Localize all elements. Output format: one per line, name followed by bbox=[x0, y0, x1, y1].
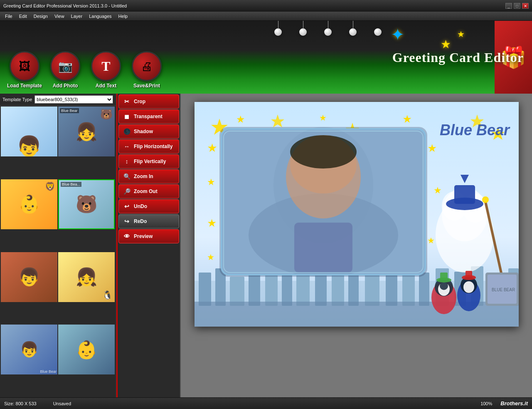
thumbnail-1[interactable]: 👦 bbox=[1, 107, 57, 156]
svg-point-62 bbox=[440, 282, 448, 290]
add-photo-icon: 📷 bbox=[50, 51, 80, 81]
ball-string-2 bbox=[303, 21, 303, 29]
svg-point-67 bbox=[463, 281, 474, 293]
redo-button[interactable]: ↪ ReDo bbox=[118, 214, 179, 228]
canvas-area: Blue Bear ★ bbox=[181, 94, 532, 397]
save-print-label: Save&Print bbox=[133, 83, 160, 89]
zoom-indicator: 100% bbox=[480, 401, 492, 406]
menu-design[interactable]: Design bbox=[30, 13, 51, 20]
zoom-in-label: Zoom In bbox=[134, 174, 153, 179]
thumbnails-area[interactable]: 👦 👧 🐻 Blue Bear 👶 bbox=[0, 106, 116, 397]
svg-rect-69 bbox=[466, 271, 472, 278]
svg-text:★: ★ bbox=[207, 217, 217, 229]
greeting-card-canvas: Blue Bear ★ bbox=[195, 102, 519, 327]
load-template-label: Load Template bbox=[7, 83, 42, 89]
star-yellow-2: ★ bbox=[457, 29, 465, 39]
svg-rect-9 bbox=[315, 272, 327, 306]
add-text-button[interactable]: T Add Text bbox=[86, 50, 126, 90]
svg-text:BLUE BEAR: BLUE BEAR bbox=[492, 288, 515, 292]
preview-icon: 👁 bbox=[122, 232, 131, 241]
svg-text:★: ★ bbox=[236, 114, 245, 125]
crop-button[interactable]: ✂ Crop bbox=[118, 94, 179, 109]
header-title: Greeting Card Editor bbox=[392, 50, 524, 65]
add-photo-button[interactable]: 📷 Add Photo bbox=[45, 50, 86, 90]
flip-horizontal-icon: ↔ bbox=[122, 142, 131, 151]
menu-file[interactable]: File bbox=[2, 13, 16, 20]
undo-icon: ↩ bbox=[122, 202, 131, 211]
template-type-label: Template Type bbox=[2, 97, 32, 102]
shadow-button[interactable]: 🌑 Shadow bbox=[118, 124, 179, 139]
load-template-button[interactable]: 🖼 Load Template bbox=[4, 50, 45, 90]
canvas-wrapper[interactable]: Blue Bear ★ bbox=[195, 102, 519, 327]
svg-text:★: ★ bbox=[433, 185, 442, 196]
tools-panel: ✂ Crop ◼ Transparent 🌑 Shadow ↔ Flip Hor… bbox=[116, 94, 181, 397]
thumbnail-5[interactable]: 👦 bbox=[1, 252, 57, 302]
size-indicator: Size: 800 X 533 bbox=[4, 401, 37, 406]
zoom-in-button[interactable]: 🔍 Zoom In bbox=[118, 169, 179, 183]
svg-text:★: ★ bbox=[427, 236, 435, 245]
menu-languages[interactable]: Languages bbox=[86, 13, 115, 20]
thumbnail-4[interactable]: 🐻 Blue Bea... bbox=[58, 179, 115, 229]
svg-rect-37 bbox=[294, 223, 352, 273]
title-text: Greeting Card Editor Professional Versio… bbox=[3, 3, 127, 8]
save-print-icon: 🖨 bbox=[132, 51, 162, 81]
crop-label: Crop bbox=[134, 99, 145, 104]
flip-vertical-icon: ↕ bbox=[122, 157, 131, 166]
undo-label: UnDo bbox=[134, 203, 147, 209]
menu-help[interactable]: Help bbox=[115, 13, 131, 20]
svg-text:★: ★ bbox=[207, 177, 215, 187]
thumbnail-3[interactable]: 👶 🦁 bbox=[1, 179, 57, 229]
ball-string-1 bbox=[278, 21, 278, 29]
save-print-button[interactable]: 🖨 Save&Print bbox=[126, 50, 167, 90]
svg-rect-15 bbox=[419, 273, 429, 306]
zoom-out-label: Zoom Out bbox=[134, 188, 158, 194]
crop-icon: ✂ bbox=[122, 97, 131, 106]
svg-text:★: ★ bbox=[207, 141, 217, 154]
svg-point-36 bbox=[290, 135, 357, 169]
decoration-ball-5 bbox=[374, 28, 382, 36]
zoom-out-button[interactable]: 🔎 Zoom Out bbox=[118, 184, 179, 198]
svg-rect-64 bbox=[440, 273, 448, 280]
template-type-dropdown[interactable]: bluebear800_533(3) bbox=[34, 95, 113, 104]
left-panel: Template Type bluebear800_533(3) 👦 bbox=[0, 94, 116, 397]
thumbnail-8[interactable]: 👶 bbox=[58, 325, 115, 374]
zoom-out-icon: 🔎 bbox=[122, 187, 131, 196]
toolbar-buttons: 🖼 Load Template 📷 Add Photo T Add Text 🖨… bbox=[0, 46, 167, 94]
svg-text:Blue Bear: Blue Bear bbox=[440, 121, 510, 139]
transparent-label: Transparent bbox=[134, 114, 163, 119]
preview-button[interactable]: 👁 Preview bbox=[118, 229, 179, 243]
undo-button[interactable]: ↩ UnDo bbox=[118, 199, 179, 213]
transparent-icon: ◼ bbox=[122, 112, 131, 121]
add-text-icon: T bbox=[91, 51, 121, 81]
flip-horizontally-button[interactable]: ↔ Flip Horizontally bbox=[118, 139, 179, 154]
window-controls: _ □ ✕ bbox=[505, 3, 529, 9]
maximize-button[interactable]: □ bbox=[514, 3, 520, 9]
svg-rect-55 bbox=[454, 185, 475, 204]
main-content: Template Type bluebear800_533(3) 👦 bbox=[0, 94, 532, 397]
ball-string-4 bbox=[353, 21, 353, 29]
transparent-button[interactable]: ◼ Transparent bbox=[118, 109, 179, 124]
load-template-icon: 🖼 bbox=[10, 51, 39, 81]
svg-rect-4 bbox=[230, 277, 244, 306]
preview-label: Preview bbox=[134, 233, 153, 239]
flip-horizontal-label: Flip Horizontally bbox=[134, 144, 172, 149]
thumbnail-2[interactable]: 👧 🐻 Blue Bear bbox=[58, 107, 115, 156]
thumbnail-7[interactable]: 👦 Blue Bear bbox=[1, 325, 57, 374]
add-photo-label: Add Photo bbox=[53, 83, 78, 89]
svg-rect-6 bbox=[265, 275, 278, 306]
svg-point-58 bbox=[482, 196, 489, 203]
menu-layer[interactable]: Layer bbox=[68, 13, 86, 20]
shadow-icon: 🌑 bbox=[122, 127, 131, 136]
template-type-bar: Template Type bluebear800_533(3) bbox=[0, 94, 116, 106]
ball-string-3 bbox=[328, 21, 328, 29]
svg-text:★: ★ bbox=[319, 113, 327, 122]
thumbnail-6[interactable]: 👧 🐧 bbox=[58, 252, 115, 302]
menu-view[interactable]: View bbox=[51, 13, 68, 20]
menu-edit[interactable]: Edit bbox=[16, 13, 30, 20]
minimize-button[interactable]: _ bbox=[505, 3, 512, 9]
svg-text:★: ★ bbox=[207, 253, 214, 262]
close-button[interactable]: ✕ bbox=[522, 3, 529, 9]
flip-vertically-button[interactable]: ↕ Flip Vertically bbox=[118, 154, 179, 169]
decoration-ball-3 bbox=[324, 28, 332, 36]
add-text-label: Add Text bbox=[96, 83, 116, 89]
